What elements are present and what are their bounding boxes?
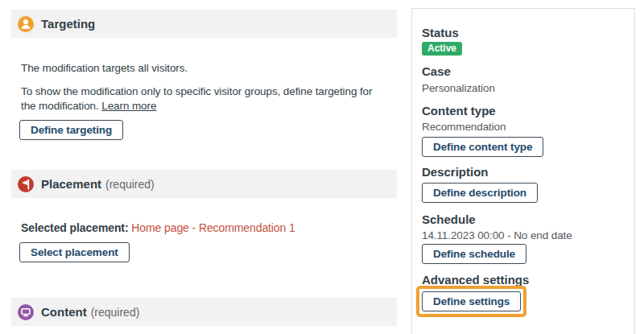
modification-settings-page: Targeting The modification targets all v…	[0, 0, 644, 334]
targeting-section-title: Targeting	[41, 17, 95, 31]
case-heading: Case	[422, 64, 625, 79]
content-section-header: Content(required)	[11, 298, 397, 326]
schedule-heading: Schedule	[422, 212, 625, 227]
display-icon	[18, 304, 34, 320]
content-type-value: Recommendation	[422, 120, 625, 134]
schedule-value: 14.11.2023 00:00 - No end date	[422, 229, 625, 242]
left-column: Targeting The modification targets all v…	[11, 10, 397, 334]
content-section-title: Content(required)	[41, 305, 139, 319]
status-badge: Active	[422, 42, 462, 56]
selected-placement-row: Selected placement: Home page - Recommen…	[21, 221, 295, 234]
define-schedule-button[interactable]: Define schedule	[422, 244, 526, 264]
selected-placement-label: Selected placement:	[21, 221, 129, 234]
targeting-section-header: Targeting	[11, 10, 397, 38]
content-required-label: (required)	[91, 306, 140, 319]
learn-more-link[interactable]: Learn more	[101, 100, 156, 112]
selected-placement-link[interactable]: Home page - Recommendation 1	[131, 221, 295, 234]
summary-sidebar: Status Active Case Personalization Conte…	[411, 8, 635, 334]
highlight-annotation: Define settings	[416, 286, 526, 317]
define-content-type-button[interactable]: Define content type	[422, 137, 543, 157]
placement-section-header: Placement(required)	[11, 170, 397, 198]
description-heading: Description	[422, 164, 625, 179]
targeting-summary-text: The modification targets all visitors.	[21, 61, 188, 76]
placement-section-title: Placement(required)	[41, 177, 155, 191]
define-description-button[interactable]: Define description	[422, 183, 538, 203]
targeting-help-line2: the modification.	[21, 100, 101, 112]
content-type-heading: Content type	[422, 103, 625, 118]
placement-required-label: (required)	[105, 178, 155, 191]
targeting-help-line1: To show the modification only to specifi…	[21, 85, 372, 99]
person-icon	[18, 16, 34, 32]
define-settings-button[interactable]: Define settings	[422, 291, 521, 311]
case-value: Personalization	[422, 81, 625, 95]
define-targeting-button[interactable]: Define targeting	[19, 120, 123, 140]
targeting-help-text: To show the modification only to specifi…	[21, 85, 372, 113]
select-placement-button[interactable]: Select placement	[19, 242, 130, 262]
status-heading: Status	[422, 25, 625, 40]
flag-icon	[18, 176, 34, 192]
